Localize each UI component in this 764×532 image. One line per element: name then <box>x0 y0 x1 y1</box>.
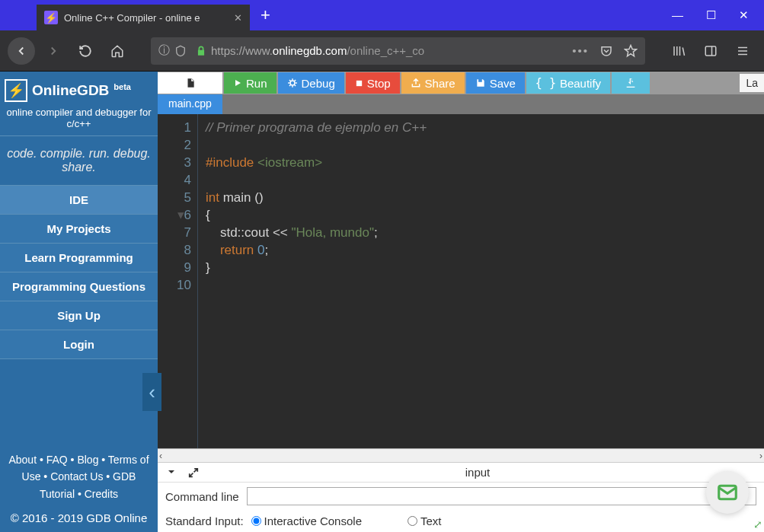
url-path: /online_c++_co <box>347 44 424 57</box>
maximize-icon[interactable]: ☐ <box>706 8 716 22</box>
star-icon[interactable] <box>624 44 638 58</box>
tagline: code. compile. run. debug. share. <box>0 136 158 186</box>
tab-favicon: ⚡ <box>44 11 58 24</box>
stdin-interactive[interactable]: Interactive Console <box>251 514 362 527</box>
browser-titlebar: ⚡ Online C++ Compiler - online e ✕ + — ☐… <box>0 0 764 30</box>
nav-questions[interactable]: Programming Questions <box>0 272 158 301</box>
panel-expand-icon[interactable] <box>188 467 199 478</box>
brand: ⚡ OnlineGDB beta <box>0 72 158 105</box>
run-button[interactable]: Run <box>224 72 277 94</box>
url-prefix: https://www. <box>211 44 273 57</box>
nav-learn[interactable]: Learn Programming <box>0 244 158 272</box>
editor-hscroll[interactable]: ‹› <box>158 448 764 462</box>
file-tabs: main.cpp <box>158 94 764 114</box>
pocket-icon[interactable] <box>599 44 613 58</box>
sidebar-icon[interactable] <box>697 37 724 65</box>
io-panel: input Command line Standard Input: Inter… <box>158 462 764 532</box>
stop-button[interactable]: Stop <box>346 72 400 94</box>
tab-title: Online C++ Compiler - online e <box>64 12 200 24</box>
shield-icon[interactable] <box>174 45 187 57</box>
debug-button[interactable]: Debug <box>278 72 344 94</box>
app-sidebar: ⚡ OnlineGDB beta online compiler and deb… <box>0 72 158 532</box>
brand-icon: ⚡ <box>5 79 27 102</box>
minimize-icon[interactable]: — <box>672 8 683 22</box>
beautify-button[interactable]: { }Beautify <box>526 72 610 94</box>
main-area: Run Debug Stop Share Save { }Beautify La… <box>158 72 764 532</box>
stdin-label: Standard Input: <box>165 514 244 527</box>
svg-point-1 <box>290 81 295 85</box>
reload-button[interactable] <box>72 37 99 65</box>
panel-title: input <box>199 466 756 479</box>
copyright: © 2016 - 2019 GDB Online <box>0 508 158 532</box>
resize-corner-icon[interactable]: ⤢ <box>753 518 762 530</box>
new-tab-button[interactable]: + <box>261 5 270 25</box>
chat-fab[interactable] <box>706 471 749 514</box>
nav-login[interactable]: Login <box>0 330 158 359</box>
line-gutter: 12345▾678910 <box>158 114 198 448</box>
home-button[interactable] <box>104 37 131 65</box>
close-window-icon[interactable]: ✕ <box>739 8 749 22</box>
new-file-button[interactable] <box>158 72 222 94</box>
more-icon[interactable]: ••• <box>572 44 589 57</box>
file-tab-main[interactable]: main.cpp <box>158 94 222 114</box>
save-button[interactable]: Save <box>466 72 525 94</box>
svg-rect-0 <box>705 46 716 56</box>
back-button[interactable] <box>8 37 35 65</box>
code-editor[interactable]: 12345▾678910 // Primer programa de ejemp… <box>158 114 764 448</box>
url-domain: onlinegdb.com <box>273 44 347 57</box>
collapse-sidebar-button[interactable]: ‹ <box>142 373 161 411</box>
brand-title: OnlineGDB <box>32 82 109 99</box>
cmd-input[interactable] <box>247 487 756 505</box>
svg-rect-2 <box>356 80 362 85</box>
library-icon[interactable] <box>665 37 692 65</box>
nav-signup[interactable]: Sign Up <box>0 301 158 330</box>
language-selector[interactable]: La <box>740 74 764 92</box>
lock-icon[interactable] <box>196 46 206 56</box>
menu-icon[interactable] <box>729 37 756 65</box>
share-button[interactable]: Share <box>401 72 465 94</box>
browser-toolbar: ⓘ https://www.onlinegdb.com/online_c++_c… <box>0 30 764 72</box>
info-icon[interactable]: ⓘ <box>158 43 170 58</box>
brand-subtitle: online compiler and debugger for c/c++ <box>0 105 158 136</box>
code-content[interactable]: // Primer programa de ejemplo en C++ #in… <box>198 114 764 448</box>
cmd-label: Command line <box>165 490 239 503</box>
footer-links[interactable]: About • FAQ • Blog • Terms of Use • Cont… <box>0 445 158 508</box>
action-bar: Run Debug Stop Share Save { }Beautify La <box>158 72 764 94</box>
nav-my-projects[interactable]: My Projects <box>0 215 158 244</box>
url-bar[interactable]: ⓘ https://www.onlinegdb.com/online_c++_c… <box>151 37 645 65</box>
close-tab-icon[interactable]: ✕ <box>234 12 242 24</box>
forward-button[interactable] <box>40 37 67 65</box>
browser-tab[interactable]: ⚡ Online C++ Compiler - online e ✕ <box>37 5 250 30</box>
brand-beta: beta <box>113 82 131 91</box>
nav-ide[interactable]: IDE <box>0 186 158 215</box>
panel-collapse-icon[interactable] <box>165 467 177 478</box>
download-button[interactable] <box>612 72 650 94</box>
stdin-text[interactable]: Text <box>408 514 442 527</box>
